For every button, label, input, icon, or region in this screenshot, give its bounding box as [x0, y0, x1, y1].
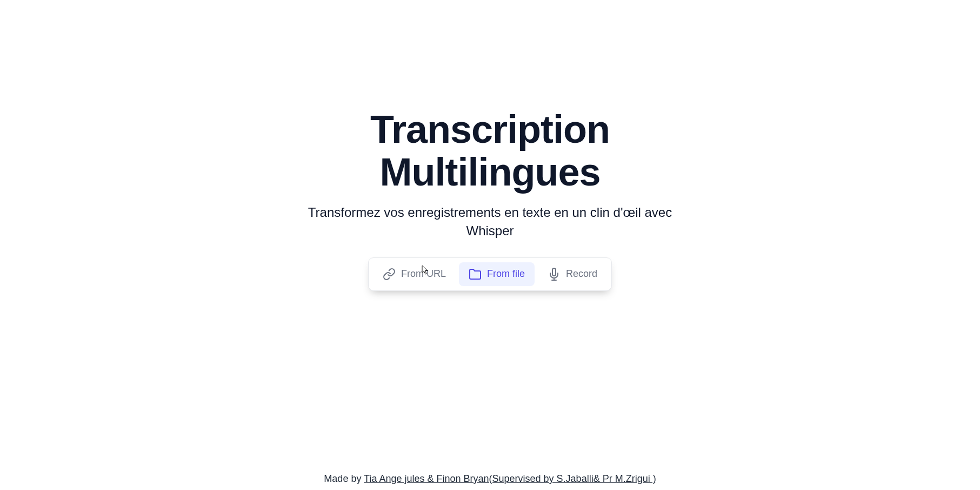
tab-label-from-file: From file [487, 268, 525, 280]
title-line-1: Transcription [370, 108, 610, 151]
link-icon [383, 268, 396, 281]
footer: Made by Tia Ange jules & Finon Bryan(Sup… [0, 473, 980, 485]
footer-credits-link[interactable]: Tia Ange jules & Finon Bryan(Supervised … [364, 473, 656, 484]
folder-icon [469, 268, 482, 281]
tab-from-url[interactable]: From URL [373, 262, 456, 286]
tab-label-record: Record [566, 268, 597, 280]
source-tabs: From URL From file Record [368, 257, 612, 291]
page-subtitle: Transformez vos enregistrements en texte… [301, 203, 679, 240]
tab-record[interactable]: Record [538, 262, 607, 286]
title-line-2: Multilingues [380, 150, 601, 194]
main-content: Transcription Multilingues Transformez v… [0, 108, 980, 291]
microphone-icon [548, 268, 561, 281]
tab-label-from-url: From URL [401, 268, 446, 280]
page-title: Transcription Multilingues [370, 108, 610, 194]
tab-from-file[interactable]: From file [459, 262, 535, 286]
footer-prefix: Made by [324, 473, 364, 484]
